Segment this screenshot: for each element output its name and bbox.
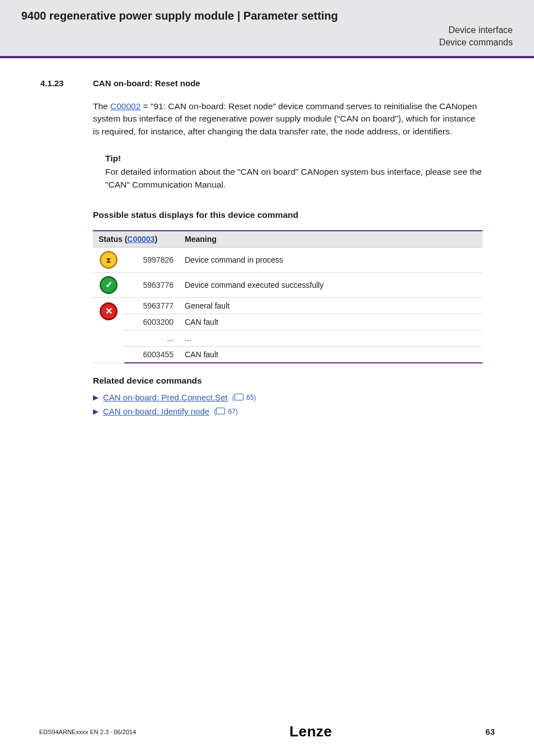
- status-code: 5997826: [124, 248, 179, 273]
- status-meaning: Device command in process: [179, 248, 483, 273]
- status-subheading: Possible status displays for this device…: [93, 210, 483, 220]
- status-icon-cell: ✓: [93, 273, 124, 298]
- th-meaning: Meaning: [179, 231, 483, 248]
- para-pre: The: [93, 101, 110, 111]
- status-icon-cell: ✕: [93, 298, 124, 363]
- sub-line-2: Device commands: [439, 38, 513, 47]
- related-item: ▶ CAN on-board: Identify node ( 67): [93, 407, 483, 416]
- check-icon: ✓: [105, 281, 113, 290]
- tip-body: Tip! For detailed information about the …: [105, 153, 483, 191]
- table-row: ... ...: [93, 330, 483, 347]
- intro-paragraph: The C00002 = "91: CAN on-board: Reset no…: [93, 100, 483, 138]
- in-process-icon: ⧗: [100, 251, 118, 269]
- table-row: 6003200 CAN fault: [93, 314, 483, 330]
- section-number: 4.1.23: [40, 78, 74, 88]
- status-code: 5963776: [124, 273, 179, 298]
- related-item: ▶ CAN on-board: Pred.Connect.Set ( 65): [93, 393, 483, 402]
- book-icon: [216, 408, 225, 414]
- sub-line-1: Device interface: [448, 25, 513, 35]
- book-icon: [235, 394, 243, 400]
- lenze-logo: Lenze: [289, 723, 332, 740]
- page-num: 67: [228, 408, 235, 416]
- th-status-pre: Status (: [99, 235, 127, 244]
- table-row: ✕ 5963777 General fault: [93, 298, 483, 314]
- section-heading: 4.1.23 CAN on-board: Reset node: [40, 78, 483, 88]
- related-link-identify-node[interactable]: CAN on-board: Identify node: [103, 407, 209, 416]
- status-code: 6003455: [124, 347, 179, 363]
- content-area: 4.1.23 CAN on-board: Reset node The C000…: [0, 58, 534, 416]
- tip-block: Tip! For detailed information about the …: [93, 153, 483, 191]
- status-table: Status (C00003) Meaning ⧗ 5997826 Device…: [93, 230, 483, 363]
- success-icon: ✓: [100, 276, 118, 294]
- status-icon-cell: ⧗: [93, 248, 124, 273]
- doc-title: 9400 regenerative power supply module | …: [21, 9, 513, 23]
- status-code: 5963777: [124, 298, 179, 314]
- table-row: ⧗ 5997826 Device command in process: [93, 248, 483, 273]
- related-heading: Related device commands: [93, 376, 483, 386]
- x-icon: ✕: [105, 307, 113, 316]
- table-row: 6003455 CAN fault: [93, 347, 483, 363]
- table-header-row: Status (C00003) Meaning: [93, 231, 483, 248]
- code-link-c00002[interactable]: C00002: [110, 101, 140, 111]
- page-footer: EDS94ARNExxxx EN 2.3 · 06/2014 Lenze 63: [0, 723, 534, 740]
- status-meaning: CAN fault: [179, 347, 483, 363]
- th-status-post: ): [154, 235, 157, 244]
- th-status: Status (C00003): [93, 231, 179, 248]
- status-meaning: CAN fault: [179, 314, 483, 330]
- header-band: 9400 regenerative power supply module | …: [0, 0, 534, 56]
- tip-text: For detailed information about the "CAN …: [105, 166, 483, 191]
- table-row: ✓ 5963776 Device command executed succes…: [93, 273, 483, 298]
- related-commands: Related device commands ▶ CAN on-board: …: [93, 376, 483, 416]
- page-ref: ( 65): [232, 393, 256, 402]
- status-meaning: ...: [179, 330, 483, 347]
- status-meaning: Device command executed successfully: [179, 273, 483, 298]
- section-title: CAN on-board: Reset node: [93, 78, 200, 88]
- tip-heading: Tip!: [105, 153, 483, 164]
- status-code: 6003200: [124, 314, 179, 330]
- page-ref: ( 67): [214, 407, 238, 416]
- arrow-icon: ▶: [93, 407, 99, 416]
- page-num: 65: [246, 394, 254, 402]
- code-link-c00003[interactable]: C00003: [127, 235, 154, 244]
- status-code: ...: [124, 330, 179, 347]
- hourglass-icon: ⧗: [106, 256, 111, 264]
- page: 9400 regenerative power supply module | …: [0, 0, 534, 756]
- doc-subtitle: Device interface Device commands: [21, 24, 513, 49]
- page-number: 63: [485, 727, 495, 736]
- related-link-pred-connect[interactable]: CAN on-board: Pred.Connect.Set: [103, 393, 228, 402]
- doc-id: EDS94ARNExxxx EN 2.3 · 06/2014: [39, 729, 136, 735]
- status-meaning: General fault: [179, 298, 483, 314]
- para-post: = "91: CAN on-board: Reset node" device …: [93, 101, 477, 136]
- arrow-icon: ▶: [93, 393, 99, 402]
- fault-icon: ✕: [100, 302, 118, 320]
